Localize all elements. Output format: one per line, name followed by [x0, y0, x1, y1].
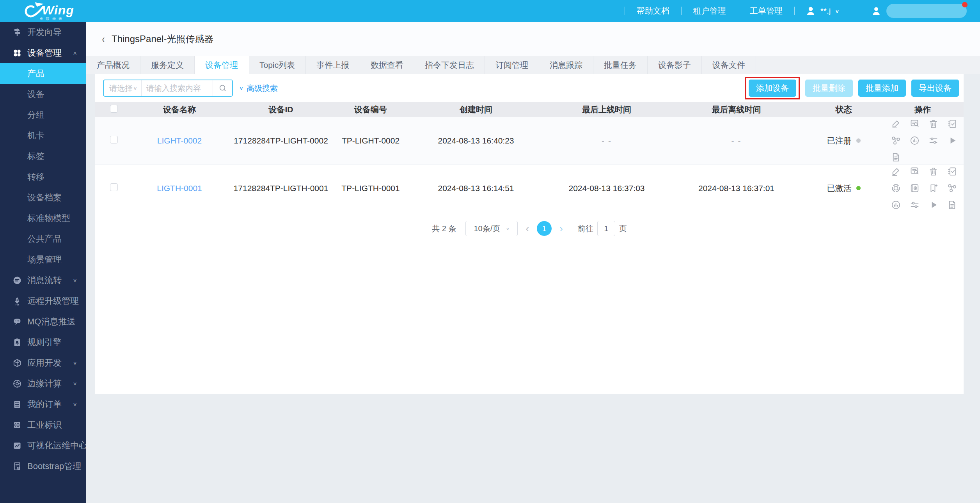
breadcrumb: ‹ ThingsPanel-光照传感器 [86, 22, 980, 56]
sidebar-subitem-public-product[interactable]: 公共产品 [0, 228, 86, 249]
view-detail-icon[interactable] [909, 166, 920, 177]
sidebar-subitem-product[interactable]: 产品 [0, 63, 86, 84]
sidebar-subitem-device[interactable]: 设备 [0, 84, 86, 104]
search-input[interactable] [141, 80, 213, 96]
task-check-icon[interactable] [947, 119, 957, 129]
back-chevron-icon[interactable]: ‹ [102, 33, 105, 45]
device-name-link[interactable]: LIGHT-0002 [157, 136, 202, 145]
message-circle-icon [12, 276, 22, 285]
account-chip[interactable] [871, 4, 967, 18]
tab-service-definition[interactable]: 服务定义 [140, 56, 195, 74]
sidebar-item-message-flow[interactable]: 消息流转 ∨ [0, 270, 86, 290]
col-actions: 操作 [882, 104, 964, 115]
device-name-link[interactable]: LIGTH-0001 [157, 184, 202, 193]
current-page-button[interactable]: 1 [537, 221, 552, 236]
edit-icon[interactable] [891, 119, 901, 129]
params-icon[interactable] [928, 135, 939, 146]
data-chart-icon[interactable] [909, 135, 920, 146]
filter-select[interactable]: 请选择 ∨ [104, 80, 141, 96]
tab-event-report[interactable]: 事件上报 [306, 56, 360, 74]
tab-device-shadow[interactable]: 设备影子 [648, 56, 702, 74]
tab-topic-list[interactable]: Topic列表 [249, 56, 306, 74]
run-icon[interactable] [928, 200, 939, 210]
select-all-checkbox[interactable] [110, 105, 118, 113]
tab-label: 指令下发日志 [425, 60, 474, 71]
sidebar-item-app-dev[interactable]: 应用开发 ∨ [0, 352, 86, 373]
params-icon[interactable] [909, 200, 920, 210]
ota-ring-icon[interactable] [891, 183, 901, 193]
next-page-button[interactable]: › [556, 223, 567, 235]
row-checkbox[interactable] [110, 183, 118, 191]
chevron-down-icon: ∨ [78, 443, 83, 448]
batch-add-button[interactable]: 批量添加 [858, 80, 906, 97]
menu-tenant-mgmt[interactable]: 租户管理 [682, 5, 738, 16]
rule-engine-icon [12, 338, 22, 347]
delete-icon[interactable] [928, 166, 939, 177]
top-bar: Wing 创联未来 帮助文档 租户管理 工单管理 **.j ∨ [0, 0, 980, 22]
user-menu[interactable]: **.j ∨ [805, 5, 840, 17]
task-check-icon[interactable] [947, 166, 957, 177]
tab-device-file[interactable]: 设备文件 [702, 56, 756, 74]
tab-device-mgmt[interactable]: 设备管理 [195, 56, 249, 74]
prev-page-button[interactable]: ‹ [522, 223, 533, 235]
table-row: LIGTH-0001 17128284TP-LIGTH-0001 TP-LIGT… [95, 165, 964, 212]
total-count: 共 2 条 [432, 223, 456, 234]
sidebar-item-device-mgmt[interactable]: 设备管理 ∧ [0, 43, 86, 63]
tab-batch-task[interactable]: 批量任务 [593, 56, 648, 74]
tab-subscription-mgmt[interactable]: 订阅管理 [485, 56, 539, 74]
sidebar-item-industrial-id[interactable]: 工业标识 [0, 414, 86, 435]
topology-icon[interactable] [891, 135, 901, 146]
sidebar-subitem-transfer[interactable]: 转移 [0, 166, 86, 187]
tab-command-log[interactable]: 指令下发日志 [414, 56, 485, 74]
grid-icon [12, 48, 22, 58]
sidebar-subitem-device-archive[interactable]: 设备档案 [0, 187, 86, 208]
menu-help-docs[interactable]: 帮助文档 [625, 5, 681, 16]
sidebar-item-my-orders[interactable]: 我的订单 ∨ [0, 394, 86, 414]
log-icon[interactable] [891, 152, 901, 163]
sidebar-subitem-scene-mgmt[interactable]: 场景管理 [0, 249, 86, 270]
data-chart-icon[interactable] [891, 200, 901, 210]
edit-icon[interactable] [891, 166, 901, 177]
export-device-button[interactable]: 导出设备 [911, 80, 959, 97]
sidebar-item-bootstrap-mgmt[interactable]: Bootstrap管理 [0, 456, 86, 476]
sidebar-item-dev-guide[interactable]: 开发向导 [0, 22, 86, 43]
col-device-name: 设备名称 [133, 104, 226, 115]
album-config-icon[interactable] [909, 183, 920, 193]
menu-workorder-mgmt[interactable]: 工单管理 [738, 5, 794, 16]
filter-select-placeholder: 请选择 [109, 83, 133, 94]
run-icon[interactable] [947, 135, 957, 146]
divider [794, 7, 795, 15]
advanced-search-link[interactable]: ∨ 高级搜索 [239, 83, 278, 94]
last-offline-value: 2024-08-13 16:37:01 [667, 184, 806, 193]
batch-delete-button[interactable]: 批量删除 [805, 80, 853, 97]
add-device-button[interactable]: 添加设备 [749, 80, 796, 97]
tab-message-trace[interactable]: 消息跟踪 [539, 56, 593, 74]
page-size-select[interactable]: 10条/页 ∨ [465, 221, 518, 236]
sidebar-subitem-simcard[interactable]: 机卡 [0, 125, 86, 146]
clipboard-icon [12, 400, 22, 409]
sidebar-item-rule-engine[interactable]: 规则引擎 [0, 332, 86, 352]
delete-icon[interactable] [928, 119, 939, 129]
tab-data-view[interactable]: 数据查看 [360, 56, 414, 74]
user-icon [871, 5, 882, 16]
device-code-value: TP-LIGTH-0001 [336, 184, 406, 193]
sidebar-subitem-tag[interactable]: 标签 [0, 146, 86, 166]
sidebar-subitem-standard-model[interactable]: 标准物模型 [0, 208, 86, 228]
goto-page-input[interactable] [597, 221, 615, 236]
search-button[interactable] [213, 80, 232, 96]
status-badge: 已激活 [806, 183, 882, 194]
sidebar-item-edge-computing[interactable]: 边缘计算 ∨ [0, 373, 86, 394]
sidebar-item-visual-ops-center[interactable]: 可视化运维中心 ∨ [0, 435, 86, 456]
user-name: **.j [820, 6, 831, 16]
row-checkbox[interactable] [110, 136, 118, 143]
sidebar-item-remote-upgrade[interactable]: 远程升级管理 ∨ [0, 290, 86, 311]
topology-icon[interactable] [947, 183, 957, 193]
status-label: 已注册 [827, 135, 852, 146]
sidebar-item-mq-push[interactable]: MQ消息推送 [0, 311, 86, 332]
bookmark-add-icon[interactable] [928, 183, 939, 193]
view-detail-icon[interactable] [909, 119, 920, 129]
tab-product-overview[interactable]: 产品概况 [86, 56, 140, 74]
log-icon[interactable] [947, 200, 957, 210]
sidebar-subitem-group[interactable]: 分组 [0, 104, 86, 125]
doc-gear-icon [12, 462, 22, 471]
